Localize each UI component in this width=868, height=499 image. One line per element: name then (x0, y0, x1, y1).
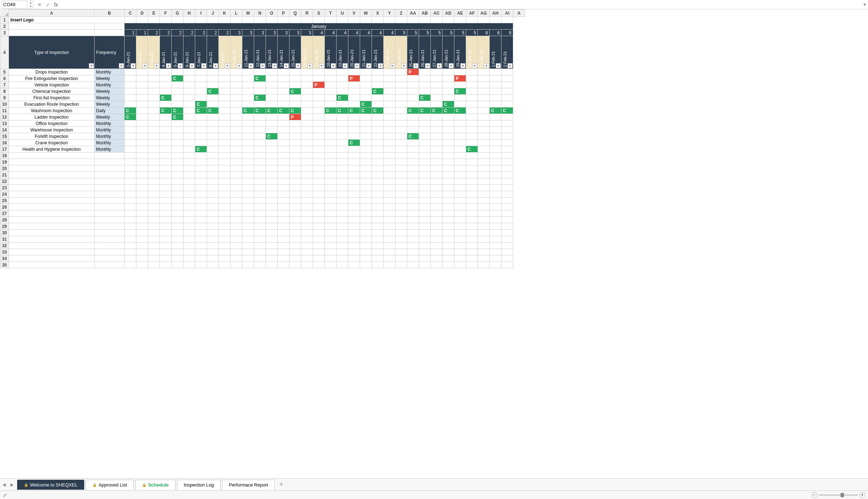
column-header[interactable]: AD (443, 10, 454, 17)
cell[interactable] (207, 236, 219, 243)
cell[interactable] (466, 191, 478, 198)
cell[interactable] (360, 204, 372, 210)
cell[interactable] (231, 204, 242, 210)
cell[interactable] (348, 230, 360, 236)
cell[interactable] (160, 120, 172, 127)
month-header[interactable]: January (125, 23, 513, 30)
cell[interactable] (419, 17, 431, 23)
cell[interactable] (443, 210, 454, 217)
frequency-cell[interactable]: Weekly (95, 101, 125, 108)
cell[interactable] (443, 204, 454, 210)
filter-dropdown-icon[interactable]: ▼ (472, 63, 477, 68)
frequency-cell[interactable]: Monthly (95, 82, 125, 88)
tab-nav-next-icon[interactable]: ▶ (8, 482, 16, 487)
cell[interactable] (431, 165, 443, 172)
cell[interactable] (395, 140, 407, 146)
cell[interactable] (278, 140, 289, 146)
cell[interactable] (160, 185, 172, 191)
cell[interactable] (384, 217, 395, 223)
column-header[interactable]: T (325, 10, 337, 17)
cell[interactable] (289, 127, 301, 133)
cell[interactable] (348, 88, 360, 95)
cell[interactable] (301, 69, 313, 75)
cell[interactable] (195, 17, 207, 23)
cell[interactable] (395, 69, 407, 75)
cell[interactable] (348, 198, 360, 204)
cell[interactable] (219, 133, 231, 140)
cell[interactable] (407, 172, 419, 178)
cell[interactable] (490, 165, 501, 172)
cell[interactable] (266, 243, 278, 249)
cell[interactable] (443, 243, 454, 249)
cell[interactable] (242, 210, 254, 217)
cell[interactable] (9, 223, 95, 230)
cell[interactable] (466, 249, 478, 255)
cell[interactable] (395, 204, 407, 210)
cell[interactable] (125, 120, 136, 127)
date-header[interactable]: 13-Jan-21▼ (266, 36, 278, 69)
spinner-down-icon[interactable]: ▼ (29, 5, 33, 8)
cell[interactable] (219, 114, 231, 120)
cell[interactable] (95, 262, 125, 268)
row-header[interactable]: 6 (0, 75, 9, 82)
cell[interactable] (136, 17, 148, 23)
cell[interactable] (9, 255, 95, 262)
cell[interactable] (183, 165, 195, 172)
cell[interactable] (301, 159, 313, 165)
column-header[interactable]: F (160, 10, 172, 17)
cell[interactable] (9, 159, 95, 165)
cell[interactable] (172, 249, 183, 255)
cell[interactable] (242, 191, 254, 198)
cell[interactable] (443, 75, 454, 82)
cell[interactable] (384, 243, 395, 249)
cell[interactable] (466, 178, 478, 185)
cell[interactable] (231, 178, 242, 185)
cell[interactable] (254, 120, 266, 127)
cell[interactable] (419, 88, 431, 95)
cell[interactable] (231, 191, 242, 198)
row-header[interactable]: 4 (0, 36, 9, 69)
cell[interactable] (454, 114, 466, 120)
column-header[interactable]: O (266, 10, 278, 17)
cell[interactable] (278, 178, 289, 185)
cell[interactable] (419, 133, 431, 140)
cell[interactable] (490, 114, 501, 120)
week-number-cell[interactable]: 5 (466, 30, 478, 36)
status-cell[interactable]: C (266, 108, 278, 114)
cell[interactable] (325, 178, 337, 185)
cell[interactable] (337, 153, 348, 159)
column-header[interactable]: AG (478, 10, 490, 17)
cell[interactable] (372, 178, 384, 185)
cell[interactable] (160, 204, 172, 210)
cell[interactable] (278, 82, 289, 88)
week-number-cell[interactable]: 6 (490, 30, 501, 36)
cell[interactable] (384, 88, 395, 95)
cell[interactable] (301, 82, 313, 88)
cell[interactable] (301, 198, 313, 204)
cell[interactable] (195, 114, 207, 120)
filter-dropdown-icon[interactable]: ▼ (142, 63, 147, 68)
cell[interactable] (278, 230, 289, 236)
cell[interactable] (301, 204, 313, 210)
cell[interactable] (384, 69, 395, 75)
cell[interactable] (266, 120, 278, 127)
cell[interactable] (372, 146, 384, 153)
filter-dropdown-icon[interactable]: ▼ (260, 63, 265, 68)
cell[interactable] (278, 165, 289, 172)
cell[interactable] (266, 223, 278, 230)
cell[interactable] (195, 210, 207, 217)
cell[interactable] (289, 75, 301, 82)
cell[interactable] (289, 69, 301, 75)
cell[interactable] (360, 140, 372, 146)
cell[interactable] (395, 88, 407, 95)
cell[interactable] (266, 198, 278, 204)
cell[interactable] (313, 262, 325, 268)
cell[interactable] (242, 172, 254, 178)
cell[interactable] (278, 127, 289, 133)
cell[interactable] (160, 255, 172, 262)
cell[interactable] (172, 185, 183, 191)
cell[interactable] (172, 159, 183, 165)
cell[interactable] (160, 75, 172, 82)
column-header[interactable]: AA (407, 10, 419, 17)
cell[interactable] (148, 82, 160, 88)
